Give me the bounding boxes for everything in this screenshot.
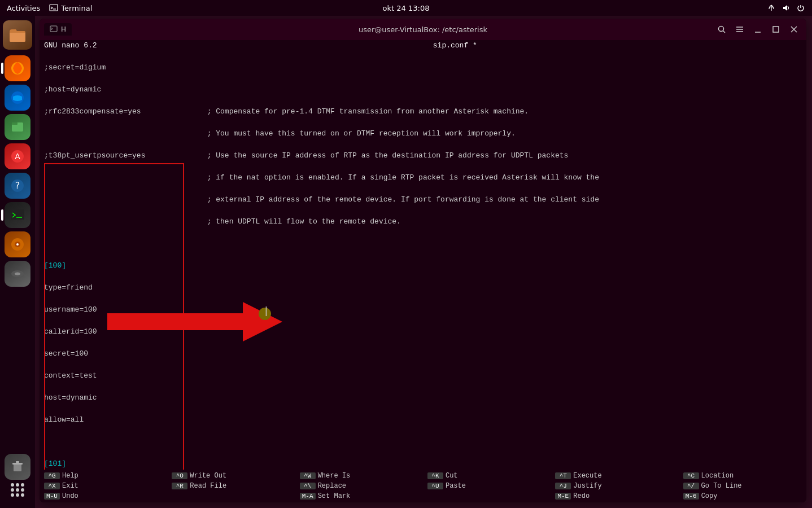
line-15: context=test (44, 370, 802, 382)
shortcut-label-help: Help (62, 472, 78, 480)
svg-point-17 (15, 273, 20, 275)
editor-content[interactable]: ;secret=digium ;host=dynamic ;rfc2833com… (40, 51, 806, 470)
thunderbird-icon (10, 90, 25, 106)
shortcut-key-copy: M-6 (683, 493, 699, 500)
terminal-menu[interactable]: Terminal (49, 3, 92, 12)
shortcut-label-gotoline: Go To Line (701, 482, 742, 490)
media-icon (10, 237, 25, 252)
shortcut-label-undo: Undo (62, 492, 78, 500)
terminal-tab[interactable]: H (44, 23, 72, 36)
shortcuts-row-2: ^X Exit ^R Read File ^\ Replace ^U Paste… (40, 481, 806, 491)
terminal-titlebar: H user@user-VirtualBox: /etc/asterisk (40, 19, 806, 40)
svg-rect-20 (16, 461, 19, 463)
shortcut-label-location: Location (701, 472, 734, 480)
nano-filename: sip.conf * (108, 41, 802, 50)
shortcut-key-gotoline: ^/ (683, 483, 699, 489)
dock-icon-media[interactable] (5, 231, 30, 257)
shortcut-key-justify: ^J (555, 483, 571, 489)
line-5: ;t38pt_usertpsource=yes ; Use the source… (44, 150, 802, 161)
disk-icon (10, 266, 25, 282)
shortcut-label-exit: Exit (62, 482, 78, 490)
svg-text:A: A (15, 152, 20, 161)
shortcut-help[interactable]: ^G Help (40, 471, 167, 481)
dock-icon-thunderbird[interactable] (5, 85, 30, 111)
minimize-icon (753, 25, 762, 34)
shortcut-setmark[interactable]: M-A Set Mark (295, 491, 551, 501)
shortcut-label-paste: Paste (446, 482, 466, 490)
shortcut-undo[interactable]: M-U Undo (40, 491, 295, 501)
shortcut-paste[interactable]: ^U Paste (423, 481, 551, 491)
line-17: allow=all (44, 414, 802, 426)
maximize-button[interactable] (768, 21, 784, 37)
shortcut-writeout[interactable]: ^O Write Out (167, 471, 295, 481)
search-button[interactable] (714, 21, 730, 37)
nano-shortcuts-bar: ^G Help ^O Write Out ^W Where Is ^K Cut … (40, 470, 806, 502)
shortcut-key-writeout: ^O (172, 472, 187, 479)
dock-icon-disk[interactable] (5, 261, 30, 287)
shortcut-key-whereis: ^W (300, 472, 316, 479)
minimize-button[interactable] (750, 21, 766, 37)
shortcut-readfile[interactable]: ^R Read File (167, 481, 295, 491)
shortcut-key-replace: ^\ (300, 483, 316, 489)
system-tray (767, 3, 805, 12)
shortcut-cut[interactable]: ^K Cut (423, 471, 551, 481)
hamburger-icon (735, 25, 744, 34)
dock-icon-appstore[interactable]: A (5, 143, 30, 169)
line-18 (44, 436, 802, 448)
shortcut-gotoline[interactable]: ^/ Go To Line (679, 481, 806, 491)
volume-icon (782, 3, 791, 12)
line-6: ; if the nat option is enabled. If a sin… (44, 172, 802, 183)
shortcut-key-location: ^C (683, 472, 699, 479)
shortcut-label-readfile: Read File (190, 482, 226, 490)
shortcut-label-execute: Execute (573, 472, 601, 480)
svg-rect-19 (12, 463, 23, 465)
shortcut-key-readfile: ^R (172, 483, 187, 489)
shortcut-key-paste: ^U (427, 483, 443, 489)
shortcut-key-undo: M-U (44, 493, 60, 500)
shortcut-label-justify: Justify (573, 482, 601, 490)
activities-button[interactable]: Activities (7, 4, 40, 12)
dock-icon-firefox[interactable] (5, 55, 30, 81)
svg-rect-11 (11, 209, 24, 220)
maximize-icon (771, 25, 780, 34)
line-13: callerid=100 (44, 326, 802, 338)
shortcut-whereis[interactable]: ^W Where Is (295, 471, 423, 481)
close-button[interactable] (786, 21, 802, 37)
shortcut-key-help: ^G (44, 472, 60, 479)
dock-icon-terminal[interactable] (5, 202, 30, 228)
shortcut-justify[interactable]: ^J Justify (551, 481, 678, 491)
shortcut-copy[interactable]: M-6 Copy (679, 491, 806, 501)
svg-marker-2 (783, 5, 787, 11)
system-topbar: Activities Terminal okt 24 13:08 (0, 0, 812, 16)
show-applications-button[interactable] (6, 479, 29, 501)
power-icon (796, 3, 805, 12)
shortcut-replace[interactable]: ^\ Replace (295, 481, 423, 491)
shortcut-key-redo: M-E (555, 493, 571, 500)
line-1: ;secret=digium (44, 62, 802, 73)
shortcut-exit[interactable]: ^X Exit (40, 481, 167, 491)
shortcut-label-setmark: Set Mark (318, 492, 351, 500)
svg-rect-18 (14, 464, 21, 471)
line-8: ; then UDPTL will flow to the remote dev… (44, 216, 802, 227)
menu-button[interactable] (732, 21, 748, 37)
apps-grid-icon (11, 483, 24, 497)
dock-icon-files[interactable] (5, 114, 30, 140)
shortcut-label-redo: Redo (573, 492, 590, 500)
network-icon (767, 3, 776, 12)
dock-icon-help[interactable]: ? (5, 173, 30, 199)
dock-icon-home-folder[interactable] (3, 20, 32, 50)
dock-icon-trash[interactable] (5, 454, 30, 480)
editor-content-area[interactable]: ;secret=digium ;host=dynamic ;rfc2833com… (40, 51, 806, 470)
shortcut-redo[interactable]: M-E Redo (551, 491, 678, 501)
shortcut-label-cut: Cut (446, 472, 458, 480)
line-9 (44, 238, 802, 249)
shortcut-location[interactable]: ^C Location (679, 471, 806, 481)
shortcut-execute[interactable]: ^T Execute (551, 471, 678, 481)
terminal-icon (49, 3, 58, 12)
appstore-icon: A (10, 148, 25, 164)
titlebar-title: user@user-VirtualBox: /etc/asterisk (359, 25, 487, 34)
line-7: ; external IP address of the remote devi… (44, 194, 802, 205)
files-icon (10, 119, 25, 135)
shortcut-label-copy: Copy (701, 492, 718, 500)
nano-header: GNU nano 6.2 sip.conf * (40, 40, 806, 51)
